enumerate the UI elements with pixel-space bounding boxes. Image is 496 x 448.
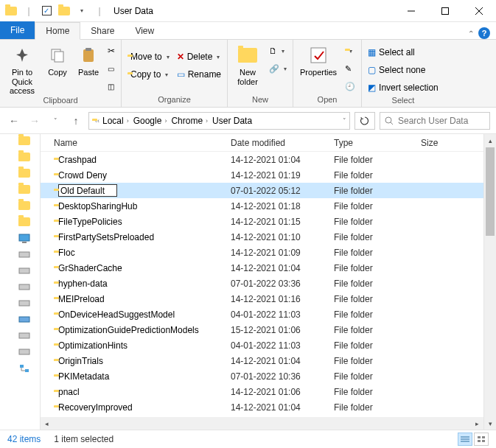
file-name: Crashpad	[58, 155, 97, 165]
maximize-button[interactable]	[428, 0, 462, 22]
drive-icon[interactable]	[18, 331, 32, 341]
rename-input[interactable]: Old Default	[58, 184, 117, 197]
horizontal-scrollbar[interactable]: ◂▸	[41, 417, 483, 430]
folder-icon[interactable]	[18, 169, 32, 179]
copy-button[interactable]: Copy	[43, 41, 72, 77]
table-row[interactable]: OptimizationHints04-01-2022 11:03File fo…	[41, 337, 483, 353]
delete-button[interactable]: ✕Delete▾	[174, 49, 224, 65]
file-date: 04-01-2022 11:03	[231, 309, 334, 320]
easy-access-button[interactable]: 🔗▾	[266, 60, 290, 77]
folder-icon[interactable]	[18, 136, 32, 147]
new-item-button[interactable]: 🗋▾	[266, 43, 290, 59]
drive-icon[interactable]	[18, 250, 32, 260]
table-row[interactable]: RecoveryImproved14-12-2021 01:04File fol…	[41, 399, 483, 415]
new-folder-button[interactable]: New folder	[231, 41, 265, 86]
table-row[interactable]: pnacl14-12-2021 01:06File folder	[41, 384, 483, 399]
close-button[interactable]	[462, 0, 496, 22]
table-row[interactable]: OriginTrials14-12-2021 01:04File folder	[41, 353, 483, 368]
drive-icon[interactable]	[18, 298, 32, 309]
this-pc-icon[interactable]	[18, 234, 32, 244]
table-row[interactable]: hyphen-data07-01-2022 03:36File folder	[41, 276, 483, 291]
details-view-button[interactable]	[458, 433, 472, 446]
network-icon[interactable]	[18, 363, 32, 374]
cut-button[interactable]: ✂	[105, 43, 118, 59]
table-row[interactable]: Crowd Deny14-12-2021 01:19File folder	[41, 167, 483, 183]
paste-shortcut-button[interactable]: ◫	[105, 78, 118, 94]
file-date: 14-12-2021 01:04	[231, 155, 334, 165]
column-date[interactable]: Date modified	[231, 138, 334, 148]
file-list: Name Date modified Type Size Crashpad14-…	[41, 134, 483, 430]
table-row[interactable]: DesktopSharingHub14-12-2021 01:18File fo…	[41, 198, 483, 214]
rename-button[interactable]: ▭Rename	[174, 66, 224, 83]
tab-view[interactable]: View	[125, 21, 164, 39]
shortcut-icon: ◫	[108, 83, 114, 91]
select-all-button[interactable]: ▦Select all	[365, 44, 441, 60]
history-icon: 🕘	[345, 82, 355, 91]
file-rows[interactable]: Crashpad14-12-2021 01:04File folderCrowd…	[41, 152, 483, 417]
table-row[interactable]: FileTypePolicies14-12-2021 01:15File fol…	[41, 214, 483, 229]
tab-share[interactable]: Share	[80, 21, 125, 39]
address-dropdown[interactable]: ˅	[343, 117, 346, 125]
drive-icon[interactable]	[18, 282, 32, 293]
refresh-button[interactable]	[354, 112, 375, 130]
folder-icon[interactable]	[18, 217, 32, 228]
copy-to-button[interactable]: Copy to▾	[125, 66, 172, 83]
folder-icon[interactable]	[18, 153, 32, 163]
table-row[interactable]: MEIPreload14-12-2021 01:16File folder	[41, 291, 483, 307]
invert-selection-button[interactable]: ◩Invert selection	[365, 80, 441, 96]
help-icon[interactable]: ?	[478, 27, 490, 39]
column-type[interactable]: Type	[334, 138, 421, 148]
forward-button[interactable]: →	[27, 115, 43, 127]
drive-icon[interactable]	[18, 266, 32, 276]
column-size[interactable]: Size	[421, 138, 483, 148]
edit-button[interactable]: ✎	[342, 60, 358, 77]
drive-icon[interactable]	[18, 347, 32, 357]
back-button[interactable]: ←	[6, 115, 22, 127]
table-row[interactable]: PKIMetadata07-01-2022 10:36File folder	[41, 368, 483, 384]
table-row[interactable]: FirstPartySetsPreloaded14-12-2021 01:10F…	[41, 229, 483, 245]
file-type: File folder	[334, 232, 421, 242]
table-row[interactable]: Crashpad14-12-2021 01:04File folder	[41, 152, 483, 167]
tab-home[interactable]: Home	[35, 22, 80, 40]
drive-icon[interactable]	[18, 315, 32, 325]
table-row[interactable]: OptimizationGuidePredictionModels15-12-2…	[41, 322, 483, 337]
file-type: File folder	[334, 248, 421, 258]
vertical-scrollbar[interactable]: ▴ ▾	[483, 134, 496, 430]
open-button[interactable]: ▾	[342, 43, 358, 59]
history-button[interactable]: 🕘	[342, 78, 358, 94]
minimize-button[interactable]	[394, 0, 428, 22]
table-row[interactable]: OnDeviceHeadSuggestModel04-01-2022 11:03…	[41, 307, 483, 322]
qat-checkbox[interactable]: ✓	[40, 4, 53, 18]
window-title: User Data	[113, 6, 153, 16]
table-row[interactable]: GrShaderCache14-12-2021 01:04File folder	[41, 260, 483, 276]
column-name[interactable]: Name	[41, 138, 231, 148]
edit-icon: ✎	[345, 64, 352, 74]
large-icons-view-button[interactable]	[474, 433, 489, 446]
file-type: File folder	[334, 402, 421, 413]
address-bar[interactable]: ‹‹ Local› Google› Chrome› User Data ˅	[88, 112, 350, 130]
tab-file[interactable]: File	[0, 21, 35, 39]
properties-button[interactable]: Properties	[296, 41, 340, 77]
copy-path-button[interactable]: ▭	[105, 60, 118, 77]
folder-icon[interactable]	[18, 201, 32, 211]
collapse-ribbon-icon[interactable]: ⌃	[468, 29, 474, 38]
folder-icon	[4, 4, 18, 18]
qat-dropdown[interactable]: ▾	[75, 4, 88, 18]
svg-rect-27	[478, 440, 481, 442]
recent-dropdown[interactable]: ˅	[47, 117, 63, 125]
new-item-icon: 🗋	[269, 46, 277, 55]
file-name: pnacl	[58, 387, 80, 397]
up-button[interactable]: ↑	[68, 115, 84, 127]
move-to-button[interactable]: Move to▾	[125, 49, 172, 65]
navigation-pane[interactable]	[0, 134, 41, 430]
folder-icon	[57, 4, 71, 18]
select-none-button[interactable]: ▢Select none	[365, 62, 441, 78]
file-name: OptimizationHints	[58, 340, 128, 351]
ribbon-group-new: New folder 🗋▾ 🔗▾ New	[228, 40, 293, 107]
folder-icon[interactable]	[18, 185, 32, 195]
table-row[interactable]: Old Default07-01-2022 05:12File folder	[41, 183, 483, 198]
search-input[interactable]: Search User Data	[380, 112, 490, 130]
table-row[interactable]: Floc14-12-2021 01:09File folder	[41, 245, 483, 260]
paste-button[interactable]: Paste	[74, 41, 103, 77]
pin-to-quick-access-button[interactable]: Pin to Quick access	[3, 41, 41, 96]
